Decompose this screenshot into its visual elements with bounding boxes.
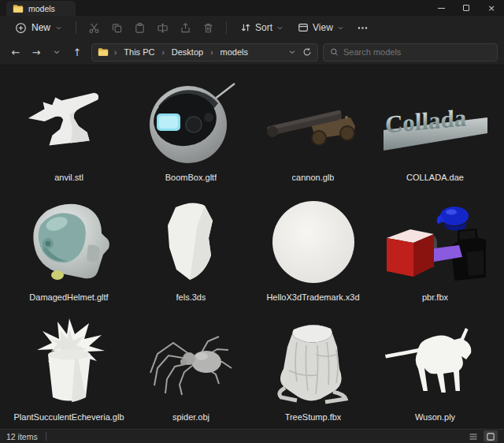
folder-icon [98, 47, 109, 57]
sort-button-label: Sort [255, 22, 272, 33]
copy-button[interactable] [106, 18, 128, 37]
file-item-boombox[interactable]: BoomBox.gltf [130, 69, 252, 188]
thumbnail-spider [136, 315, 246, 408]
file-name: TreeStump.fbx [285, 412, 342, 422]
file-item-collada[interactable]: Collada COLLADA.dae [374, 69, 496, 188]
rename-button[interactable] [151, 18, 174, 37]
thumbnail-pbr [380, 195, 491, 289]
thumbnail-hellox3d-sphere [258, 195, 369, 289]
breadcrumb-separator: › [209, 48, 214, 57]
view-icon [298, 22, 309, 33]
forward-icon: → [32, 47, 41, 58]
thumbnail-plantsucculent [14, 315, 124, 408]
paste-icon [134, 22, 146, 34]
toolbar-separator [76, 21, 76, 34]
large-icons-view-icon [486, 432, 495, 441]
file-name: Wuson.ply [415, 412, 455, 422]
file-item-fels[interactable]: fels.3ds [130, 188, 252, 308]
sort-button[interactable]: Sort [233, 18, 291, 37]
more-ellipsis-icon [357, 22, 369, 34]
file-name: cannon.glb [292, 173, 335, 182]
view-button-label: View [313, 22, 333, 33]
chevron-down-icon[interactable] [288, 48, 296, 56]
file-item-pbr[interactable]: pbr.fbx [374, 188, 496, 308]
thumbnail-boombox [136, 76, 246, 169]
new-button-label: New [32, 22, 50, 33]
large-icons-view-button[interactable] [484, 430, 498, 442]
search-icon [330, 47, 339, 57]
chevron-down-icon [337, 24, 344, 32]
thumbnail-cannon [258, 76, 369, 169]
sort-icon [240, 22, 251, 33]
chevron-down-icon [55, 24, 62, 32]
close-button[interactable]: × [479, 0, 504, 16]
toolbar-separator [226, 21, 227, 34]
tab-models[interactable]: models [6, 1, 76, 16]
breadcrumb-models[interactable]: models [219, 47, 250, 58]
thumbnail-treestump [258, 315, 369, 408]
breadcrumb-separator: › [160, 48, 165, 57]
view-button[interactable]: View [291, 18, 351, 37]
back-icon: ← [12, 47, 20, 58]
file-name: PlantSucculentEcheveria.glb [13, 412, 124, 422]
file-item-spider[interactable]: spider.obj [130, 308, 252, 428]
forward-button[interactable]: → [27, 43, 46, 61]
file-item-anvil[interactable]: anvil.stl [8, 69, 130, 188]
new-plus-icon [15, 22, 27, 34]
delete-button[interactable] [197, 18, 220, 37]
details-view-button[interactable] [466, 430, 480, 442]
delete-icon [202, 22, 214, 34]
breadcrumb-this-pc[interactable]: This PC [122, 47, 156, 58]
minimize-button[interactable] [428, 0, 454, 16]
new-button[interactable]: New [8, 18, 69, 37]
folder-icon [13, 4, 24, 13]
minimize-icon [438, 8, 445, 9]
file-item-plantsucculent[interactable]: PlantSucculentEcheveria.glb [8, 308, 130, 428]
file-explorer-window: models × New [0, 0, 504, 443]
refresh-icon[interactable] [302, 47, 312, 57]
tab-bar: models × [0, 0, 504, 16]
file-name: DamagedHelmet.gltf [29, 292, 108, 302]
file-name: pbr.fbx [422, 292, 448, 302]
tab-title: models [28, 4, 55, 13]
status-separator [46, 432, 46, 441]
file-item-cannon[interactable]: cannon.glb [252, 69, 374, 188]
up-button[interactable]: ↑ [68, 43, 87, 61]
recent-locations-button[interactable] [47, 43, 66, 61]
file-item-damagedhelmet[interactable]: DamagedHelmet.gltf [8, 188, 130, 308]
breadcrumb-desktop[interactable]: Desktop [170, 47, 205, 58]
rename-icon [157, 22, 169, 34]
search-input[interactable] [343, 47, 491, 57]
file-name: anvil.stl [54, 173, 83, 182]
items-count: 12 items [6, 432, 38, 441]
share-icon [180, 22, 191, 34]
window-controls: × [428, 0, 504, 16]
address-input[interactable]: › This PC › Desktop › models [91, 43, 318, 61]
paste-button[interactable] [128, 18, 151, 37]
maximize-button[interactable] [454, 0, 479, 16]
file-name: spider.obj [172, 412, 209, 422]
share-button[interactable] [174, 18, 197, 37]
file-name: fels.3ds [176, 292, 206, 302]
file-name: COLLADA.dae [406, 173, 464, 182]
file-item-hellox3d[interactable]: HelloX3dTrademark.x3d [252, 188, 374, 308]
thumbnail-fels [136, 195, 246, 289]
command-toolbar: New Sort View [0, 16, 504, 39]
close-icon: × [487, 3, 495, 13]
chevron-down-icon [276, 24, 284, 32]
cut-button[interactable] [83, 18, 106, 37]
file-grid: anvil.stl BoomBox.gltf [0, 65, 504, 429]
see-more-button[interactable] [351, 18, 374, 37]
thumbnail-damagedhelmet [14, 195, 124, 289]
status-bar: 12 items [0, 429, 504, 443]
copy-icon [111, 22, 123, 34]
maximize-icon [463, 5, 469, 11]
breadcrumb-separator: › [113, 48, 118, 57]
cut-icon [88, 22, 100, 34]
chevron-down-icon [53, 48, 61, 56]
file-item-wuson[interactable]: Wuson.ply [374, 308, 496, 428]
back-button[interactable]: ← [6, 43, 25, 61]
up-icon: ↑ [73, 47, 82, 58]
search-box[interactable] [323, 43, 498, 61]
file-item-treestump[interactable]: TreeStump.fbx [252, 308, 374, 428]
